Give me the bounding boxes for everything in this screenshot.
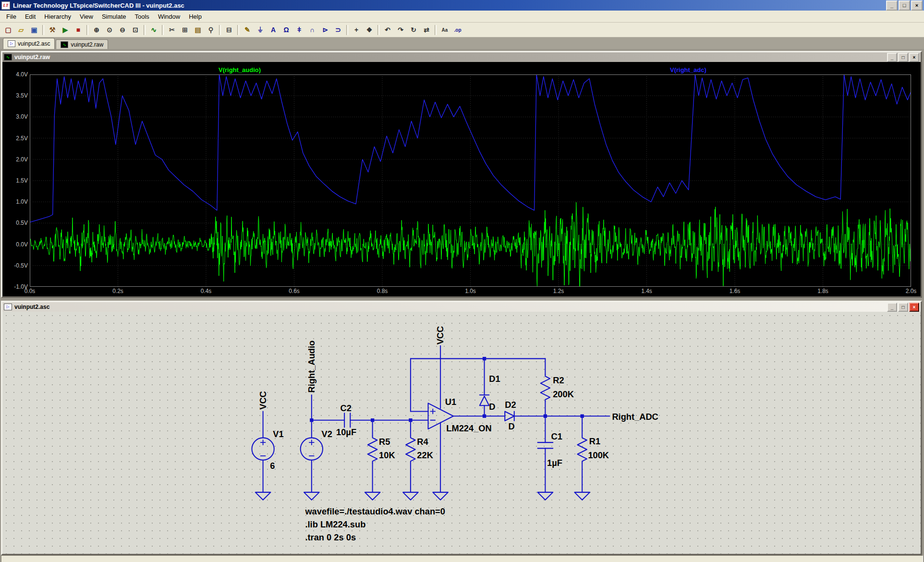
label-r1[interactable]: R1 bbox=[589, 436, 600, 446]
voltage-source-v2[interactable] bbox=[301, 438, 323, 460]
capacitor-c1[interactable] bbox=[538, 442, 553, 448]
zoom-full-extents-button[interactable]: ⊡ bbox=[129, 24, 142, 36]
spice-directive-wavefile[interactable]: wavefile=./testaudio4.wav chan=0 bbox=[304, 506, 445, 516]
value-r2[interactable]: 200K bbox=[553, 389, 574, 399]
schematic-canvas[interactable]: VCC V1 6 Right_Audio V2 C2 10µF R5 10K R… bbox=[2, 312, 921, 554]
value-c1[interactable]: 1µF bbox=[547, 458, 562, 468]
app-minimize-button[interactable]: _ bbox=[886, 0, 898, 11]
menu-window[interactable]: Window bbox=[154, 12, 184, 22]
waveform-grid[interactable] bbox=[30, 74, 911, 287]
tab-vuinput2.asc[interactable]: ▷vuinput2.asc bbox=[3, 38, 55, 49]
net-label-right-audio[interactable]: Right_Audio bbox=[306, 341, 316, 393]
label-c1[interactable]: C1 bbox=[551, 431, 562, 441]
zoom-back-button[interactable]: ⊙ bbox=[103, 24, 116, 36]
value-r1[interactable]: 100K bbox=[588, 450, 609, 460]
label-d1[interactable]: D1 bbox=[489, 374, 500, 384]
resistor-button[interactable]: Ω bbox=[280, 24, 292, 36]
inductor-button[interactable]: ∩ bbox=[306, 24, 318, 36]
menu-tools[interactable]: Tools bbox=[131, 12, 154, 22]
voltage-source-v1[interactable] bbox=[252, 438, 274, 460]
resistor-r5[interactable] bbox=[368, 436, 377, 463]
label-d2[interactable]: D2 bbox=[505, 400, 516, 410]
label-v1[interactable]: V1 bbox=[273, 429, 283, 439]
menu-file[interactable]: File bbox=[2, 12, 21, 22]
net-label-right-adc[interactable]: Right_ADC bbox=[612, 412, 658, 422]
zoom-out-button[interactable]: ⊖ bbox=[116, 24, 129, 36]
label-r5[interactable]: R5 bbox=[379, 437, 390, 447]
value-c2[interactable]: 10µF bbox=[336, 427, 356, 437]
trace-label-2[interactable]: V(right_adc) bbox=[670, 66, 706, 73]
schematic-titlebar[interactable]: ▷ vuinput2.asc _□× bbox=[2, 302, 921, 312]
label-r2[interactable]: R2 bbox=[553, 375, 564, 385]
spice-directive-tran[interactable]: .tran 0 2s 0s bbox=[305, 532, 356, 542]
menu-simulate[interactable]: Simulate bbox=[97, 12, 131, 22]
paste-button[interactable]: ▤ bbox=[192, 24, 204, 36]
label-u1[interactable]: U1 bbox=[445, 397, 456, 407]
menu-edit[interactable]: Edit bbox=[21, 12, 40, 22]
control-panel-button[interactable]: ⚒ bbox=[46, 24, 59, 36]
value-u1[interactable]: LM224_ON bbox=[446, 423, 491, 433]
resistor-r4[interactable] bbox=[406, 436, 415, 463]
value-d1[interactable]: D bbox=[489, 402, 495, 412]
wave-restore-button[interactable]: □ bbox=[898, 53, 908, 62]
diode-d2[interactable] bbox=[505, 411, 514, 421]
value-r4[interactable]: 22K bbox=[417, 450, 433, 460]
print-button[interactable]: ⊟ bbox=[223, 24, 235, 36]
redo-button[interactable]: ↷ bbox=[394, 24, 407, 36]
menu-hierarchy[interactable]: Hierarchy bbox=[40, 12, 75, 22]
schematic-editor[interactable]: VCC V1 6 Right_Audio V2 C2 10µF R5 10K R… bbox=[2, 312, 921, 554]
capacitor-button[interactable]: ǂ bbox=[293, 24, 305, 36]
capacitor-c2[interactable] bbox=[344, 413, 350, 427]
net-label-button[interactable]: A bbox=[267, 24, 280, 36]
rotate-button[interactable]: ↻ bbox=[407, 24, 420, 36]
plot-area[interactable]: 4.0V3.5V3.0V2.5V2.0V1.5V1.0V0.5V0.0V-0.5… bbox=[2, 62, 921, 296]
zoom-in-button[interactable]: ⊕ bbox=[90, 24, 103, 36]
open-file-button[interactable]: ▱ bbox=[15, 24, 27, 36]
label-r4[interactable]: R4 bbox=[417, 437, 428, 447]
copy-button[interactable]: ⊞ bbox=[179, 24, 191, 36]
text-button[interactable]: Aa bbox=[438, 24, 451, 36]
undo-button[interactable]: ↶ bbox=[381, 24, 394, 36]
menu-view[interactable]: View bbox=[75, 12, 97, 22]
value-d2[interactable]: D bbox=[509, 421, 515, 431]
component-button[interactable]: ⊃ bbox=[332, 24, 344, 36]
resistor-r2[interactable] bbox=[541, 375, 550, 402]
app-titlebar[interactable]: LT Linear Technology LTspice/SwitcherCAD… bbox=[0, 0, 924, 11]
schem-restore-button[interactable]: □ bbox=[898, 303, 908, 312]
halt-simulation-button[interactable]: ■ bbox=[72, 24, 85, 36]
net-label-vcc-opamp[interactable]: VCC bbox=[435, 326, 445, 345]
net-label-vcc-v1[interactable]: VCC bbox=[258, 391, 268, 410]
ground-symbols[interactable] bbox=[255, 492, 590, 500]
spice-directive-button[interactable]: .op bbox=[451, 24, 464, 36]
diode-button[interactable]: ⊳ bbox=[319, 24, 331, 36]
run-simulation-button[interactable]: ▶ bbox=[59, 24, 72, 36]
ground-button[interactable]: ⏚ bbox=[254, 24, 267, 36]
menu-help[interactable]: Help bbox=[184, 12, 206, 22]
trace-label-1[interactable]: V(right_audio) bbox=[219, 66, 261, 73]
drag-button[interactable]: ❖ bbox=[363, 24, 376, 36]
label-c2[interactable]: C2 bbox=[340, 403, 352, 413]
wave-minimize-button[interactable]: _ bbox=[887, 53, 897, 62]
app-close-button[interactable]: × bbox=[911, 0, 923, 11]
new-schematic-button[interactable]: ▢ bbox=[2, 24, 14, 36]
tab-vuinput2.raw[interactable]: ∿vuinput2.raw bbox=[56, 39, 108, 49]
waveform-titlebar[interactable]: ∿ vuinput2.raw _□× bbox=[2, 52, 921, 62]
label-v2[interactable]: V2 bbox=[322, 429, 332, 439]
waveform-pane-button[interactable]: ∿ bbox=[147, 24, 160, 36]
value-v1[interactable]: 6 bbox=[270, 461, 275, 471]
spice-directive-lib[interactable]: .lib LM224.sub bbox=[305, 519, 365, 529]
wave-close-button[interactable]: × bbox=[909, 53, 919, 62]
cut-button[interactable]: ✂ bbox=[166, 24, 178, 36]
resistor-r1[interactable] bbox=[577, 436, 587, 463]
value-r5[interactable]: 10K bbox=[379, 450, 395, 460]
schem-minimize-button[interactable]: _ bbox=[887, 303, 897, 312]
app-restore-button[interactable]: □ bbox=[899, 0, 910, 11]
mirror-button[interactable]: ⇄ bbox=[420, 24, 433, 36]
save-button[interactable]: ▣ bbox=[28, 24, 40, 36]
diode-d1[interactable] bbox=[480, 395, 489, 405]
wire-button[interactable]: ✎ bbox=[241, 24, 254, 36]
move-button[interactable]: + bbox=[350, 24, 363, 36]
find-button[interactable]: ⚲ bbox=[205, 24, 217, 36]
schem-close-button[interactable]: × bbox=[909, 303, 919, 312]
waveform-plot[interactable]: 4.0V3.5V3.0V2.5V2.0V1.5V1.0V0.5V0.0V-0.5… bbox=[2, 62, 921, 296]
